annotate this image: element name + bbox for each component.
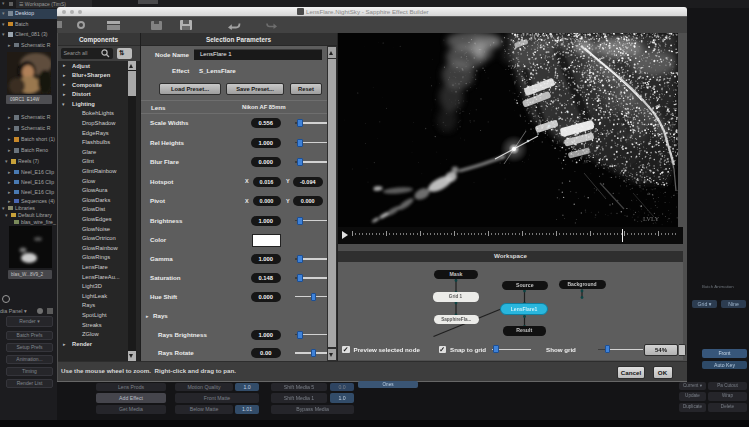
svg-text:LVLY: LVLY	[643, 215, 659, 222]
